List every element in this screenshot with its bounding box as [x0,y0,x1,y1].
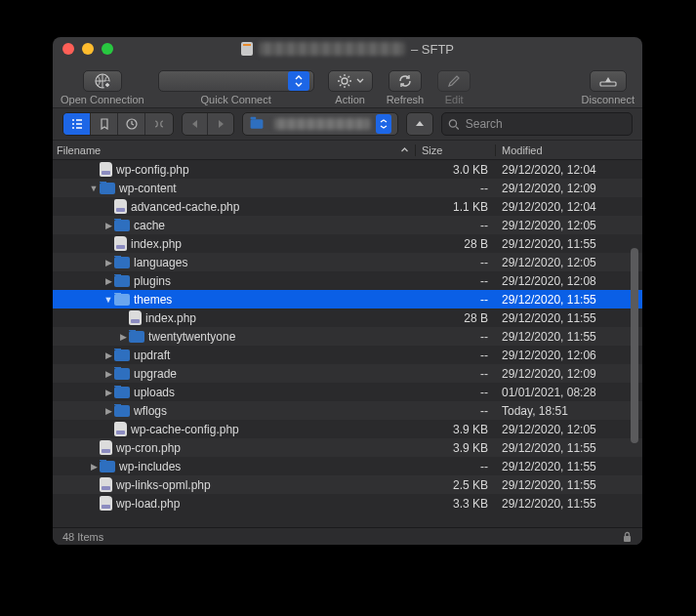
file-name-label: wp-cache-config.php [131,423,239,436]
file-name-label: wp-includes [119,460,181,473]
table-row[interactable]: ▶cache--29/12/2020, 12:05 [53,216,642,234]
file-size: -- [416,293,496,307]
file-size: 28 B [416,311,496,325]
search-field[interactable] [441,112,633,136]
php-file-icon [100,440,112,455]
disclosure-closed-icon[interactable]: ▶ [102,276,114,286]
size-column-header[interactable]: Size [416,144,496,156]
close-window-button[interactable] [62,43,74,55]
table-row[interactable]: ▶plugins--29/12/2020, 12:08 [53,271,642,290]
file-name-label: advanced-cache.php [131,200,239,214]
app-window: – SFTP Open Connection Quick Connect Act… [53,37,642,545]
folder-icon [114,294,130,306]
refresh-label: Refresh [387,94,425,105]
table-row[interactable]: wp-cron.php3.9 KB29/12/2020, 11:55 [53,438,642,457]
disclosure-open-icon[interactable]: ▼ [88,184,100,193]
forward-button[interactable] [208,113,233,135]
disclosure-closed-icon[interactable]: ▶ [117,332,129,342]
file-listing[interactable]: wp-config.php3.0 KB29/12/2020, 12:04▼wp-… [53,160,642,527]
file-size: 2.5 KB [416,478,496,492]
table-row[interactable]: ▼wp-content--29/12/2020, 12:09 [53,179,642,197]
disclosure-closed-icon[interactable]: ▶ [102,406,114,416]
file-size: 3.9 KB [416,441,496,455]
back-button[interactable] [183,113,208,135]
table-row[interactable]: ▼themes--29/12/2020, 11:55 [53,290,642,308]
table-row[interactable]: ▶updraft--29/12/2020, 12:06 [53,346,642,364]
action-label: Action [335,94,365,105]
bookmark-view-button[interactable] [91,113,118,135]
table-row[interactable]: ▶wp-includes--29/12/2020, 11:55 [53,457,642,475]
disclosure-closed-icon[interactable]: ▶ [102,221,114,230]
file-size: -- [416,182,496,195]
disclosure-closed-icon[interactable]: ▶ [102,350,114,360]
file-modified: 29/12/2020, 12:09 [496,182,642,195]
folder-icon [129,331,144,343]
go-up-button[interactable] [406,112,433,136]
file-name-label: wflogs [134,404,167,418]
disclosure-closed-icon[interactable]: ▶ [102,258,114,267]
file-name-label: index.php [131,237,182,251]
file-name-label: wp-config.php [116,163,189,177]
table-row[interactable]: ▶wflogs--Today, 18:51 [53,401,642,420]
file-size: 3.0 KB [416,163,496,177]
quick-connect-dropdown-icon[interactable] [288,71,309,91]
sort-asc-icon [400,146,409,153]
open-connection-button[interactable] [83,70,122,92]
file-size: 1.1 KB [416,200,496,214]
modified-column-header[interactable]: Modified [496,144,642,156]
file-name-label: twentytwentyone [148,330,235,344]
disclosure-closed-icon[interactable]: ▶ [88,462,100,472]
minimize-window-button[interactable] [82,43,94,55]
path-dropdown-icon[interactable] [376,114,391,134]
folder-icon [114,387,130,398]
table-row[interactable]: wp-load.php3.3 KB29/12/2020, 11:55 [53,494,642,513]
main-toolbar: Open Connection Quick Connect Action Ref… [53,61,642,107]
disclosure-open-icon[interactable]: ▼ [102,295,114,305]
php-file-icon [114,236,127,251]
edit-button[interactable] [437,70,471,92]
scrollbar-thumb[interactable] [631,248,638,443]
table-row[interactable]: wp-cache-config.php3.9 KB29/12/2020, 12:… [53,420,642,438]
file-modified: 29/12/2020, 12:04 [496,163,642,177]
svg-rect-3 [600,82,616,86]
search-input[interactable] [466,117,626,131]
svg-point-5 [449,119,456,126]
history-view-button[interactable] [118,113,145,135]
file-size: -- [416,460,496,473]
table-row[interactable]: index.php28 B29/12/2020, 11:55 [53,234,642,253]
file-name-label: updraft [134,349,170,362]
file-name-label: cache [134,219,165,232]
action-button[interactable] [328,70,373,92]
scrollbar-track[interactable] [628,160,641,527]
table-row[interactable]: wp-links-opml.php2.5 KB29/12/2020, 11:55 [53,475,642,494]
table-row[interactable]: index.php28 B29/12/2020, 11:55 [53,308,642,327]
file-size: 28 B [416,237,496,251]
table-row[interactable]: ▶uploads--01/01/2021, 08:28 [53,383,642,401]
disconnect-button[interactable] [590,70,627,92]
table-row[interactable]: ▶upgrade--29/12/2020, 12:09 [53,364,642,383]
file-size: -- [416,349,496,362]
zoom-window-button[interactable] [102,43,113,55]
quick-connect-combo[interactable] [158,70,314,92]
title-redacted [259,42,405,56]
window-title-suffix: – SFTP [411,42,454,57]
table-row[interactable]: wp-config.php3.0 KB29/12/2020, 12:04 [53,160,642,179]
svg-point-2 [342,78,348,84]
path-combo[interactable] [242,112,398,136]
disclosure-closed-icon[interactable]: ▶ [102,388,114,397]
window-title: – SFTP [53,42,642,57]
refresh-button[interactable] [389,70,422,92]
table-row[interactable]: ▶languages--29/12/2020, 12:05 [53,253,642,271]
file-modified: Today, 18:51 [496,404,642,418]
outline-view-button[interactable] [63,113,91,135]
bonjour-view-button[interactable] [145,113,173,135]
file-size: 3.9 KB [416,423,496,436]
file-size: -- [416,330,496,344]
table-row[interactable]: advanced-cache.php1.1 KB29/12/2020, 12:0… [53,197,642,216]
file-modified: 29/12/2020, 11:55 [496,293,642,307]
file-size: 3.3 KB [416,497,496,511]
disclosure-closed-icon[interactable]: ▶ [102,369,114,379]
filename-column-header[interactable]: Filename [57,144,416,156]
table-row[interactable]: ▶twentytwentyone--29/12/2020, 11:55 [53,327,642,346]
file-name-label: wp-cron.php [116,441,181,455]
